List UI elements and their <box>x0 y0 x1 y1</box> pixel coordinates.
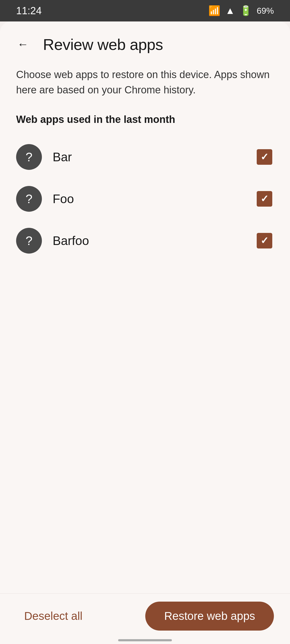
list-item[interactable]: ? Bar ✓ <box>0 136 290 178</box>
signal-icon: ▲ <box>225 5 235 16</box>
app-icon-barfoo: ? <box>16 228 42 254</box>
checkmark-icon: ✓ <box>260 194 269 204</box>
checkbox-bar[interactable]: ✓ <box>255 148 274 166</box>
app-name-bar: Bar <box>53 150 244 164</box>
checkbox-checked-foo: ✓ <box>257 191 272 207</box>
battery-icon: 🔋 <box>240 5 252 16</box>
back-button[interactable]: ← <box>13 35 32 54</box>
home-indicator <box>118 639 172 641</box>
main-content: ← Review web apps Choose web apps to res… <box>0 21 290 644</box>
restore-web-apps-button[interactable]: Restore web apps <box>145 602 274 631</box>
list-item[interactable]: ? Foo ✓ <box>0 178 290 220</box>
status-bar: 11:24 📶 ▲ 🔋 69% <box>0 0 290 21</box>
status-icons: 📶 ▲ 🔋 69% <box>208 5 274 16</box>
bottom-bar: Deselect all Restore web apps <box>0 593 290 644</box>
app-list: ? Bar ✓ ? Foo ✓ ? <box>0 133 290 264</box>
checkbox-barfoo[interactable]: ✓ <box>255 231 274 250</box>
app-icon-foo: ? <box>16 186 42 212</box>
status-time: 11:24 <box>16 5 42 17</box>
page-title: Review web apps <box>43 35 163 53</box>
checkmark-icon: ✓ <box>260 152 269 162</box>
deselect-all-button[interactable]: Deselect all <box>16 604 90 628</box>
app-icon-bar: ? <box>16 144 42 170</box>
checkbox-checked-barfoo: ✓ <box>257 233 272 248</box>
app-name-barfoo: Barfoo <box>53 233 244 248</box>
description-text: Choose web apps to restore on this devic… <box>0 62 290 108</box>
header: ← Review web apps <box>0 21 290 62</box>
app-icon-text: ? <box>26 150 32 164</box>
checkmark-icon: ✓ <box>260 236 269 246</box>
list-item[interactable]: ? Barfoo ✓ <box>0 220 290 262</box>
app-name-foo: Foo <box>53 192 244 206</box>
section-header: Web apps used in the last month <box>0 108 290 133</box>
wifi-icon: 📶 <box>208 5 220 16</box>
checkbox-checked-bar: ✓ <box>257 149 272 165</box>
battery-level: 69% <box>257 6 274 16</box>
app-icon-text: ? <box>26 233 32 248</box>
back-arrow-icon: ← <box>17 38 28 51</box>
app-icon-text: ? <box>26 192 32 206</box>
checkbox-foo[interactable]: ✓ <box>255 189 274 208</box>
